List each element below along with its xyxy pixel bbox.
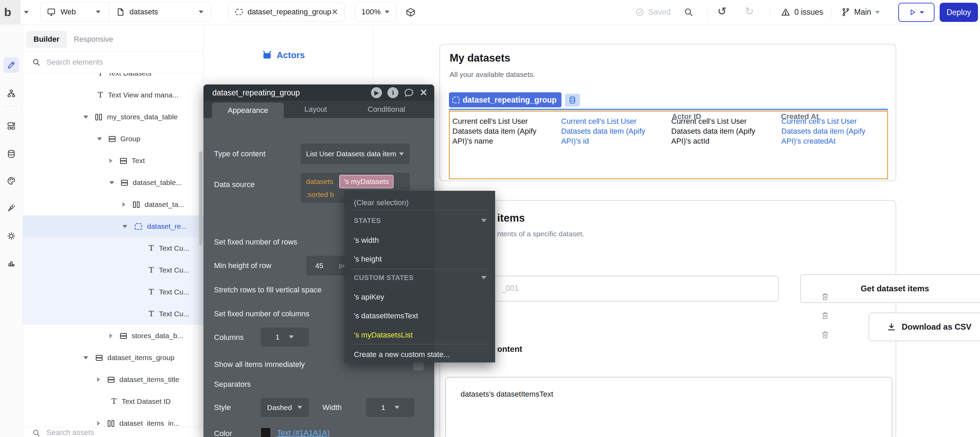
- create-custom-state-option[interactable]: Create a new custom state...: [354, 350, 450, 359]
- popup-header[interactable]: dataset_repeating_group ▶ i ✕: [204, 84, 434, 101]
- trash-icon[interactable]: [821, 311, 829, 320]
- deploy-button[interactable]: Deploy: [940, 3, 978, 22]
- database-rail-icon[interactable]: [7, 149, 16, 158]
- custom-state-apikey[interactable]: 's apiKey: [354, 293, 384, 302]
- tree-row[interactable]: stores_data_b...: [22, 325, 204, 347]
- panel-tab-responsive[interactable]: Responsive: [74, 31, 113, 48]
- caret-down-icon[interactable]: [123, 225, 127, 228]
- tree-row[interactable]: T Text Cu...: [22, 281, 204, 303]
- caret-down-icon[interactable]: [110, 181, 114, 184]
- state-option-width[interactable]: 's width: [354, 236, 379, 245]
- columns-select[interactable]: 1: [261, 327, 309, 346]
- issues-indicator[interactable]: 0 issues: [781, 0, 823, 24]
- palette-icon[interactable]: [7, 176, 16, 185]
- style-select[interactable]: Dashed: [261, 398, 309, 417]
- preview-button[interactable]: [898, 3, 934, 22]
- search-elements-input[interactable]: Search elements: [22, 52, 204, 73]
- run-icon[interactable]: ▶: [371, 87, 382, 98]
- page-chevron-icon[interactable]: [199, 11, 204, 13]
- panel-tab-builder[interactable]: Builder: [26, 31, 67, 48]
- tree-row[interactable]: dataset_ta...: [22, 194, 204, 215]
- states-section-header[interactable]: STATES: [354, 217, 381, 225]
- custom-states-section-header[interactable]: CUSTOM STATES: [354, 274, 414, 282]
- tree-row[interactable]: my_stores_data_table: [22, 106, 204, 128]
- gear-icon[interactable]: [7, 232, 16, 240]
- plugin-icon[interactable]: [7, 203, 16, 212]
- state-option-height[interactable]: 's height: [354, 255, 382, 264]
- cell-name[interactable]: Current cell's List User Datasets data i…: [452, 116, 555, 146]
- caret-right-icon[interactable]: [97, 377, 100, 382]
- tree-row-selected[interactable]: dataset_re...: [22, 215, 204, 237]
- search-toolbar-icon[interactable]: [684, 8, 693, 17]
- page-selector-label[interactable]: datasets: [130, 8, 158, 16]
- tree-row[interactable]: Group: [22, 128, 204, 150]
- saved-label: Saved: [648, 8, 671, 17]
- close-icon[interactable]: ✕: [420, 87, 428, 98]
- tree-row[interactable]: dataset_table...: [22, 172, 204, 194]
- panel-scrollbar[interactable]: [199, 151, 202, 246]
- type-of-content-select[interactable]: List User Datasets data item: [301, 144, 410, 164]
- tree-row[interactable]: T Text Cu...: [22, 259, 204, 281]
- raw-content-box[interactable]: datasets's datasetItemsText: [445, 377, 892, 437]
- dataset-id-input[interactable]: _001: [461, 276, 779, 302]
- tab-conditional[interactable]: Conditional: [359, 101, 414, 118]
- chart-icon[interactable]: [7, 259, 16, 267]
- pencil-icon[interactable]: [7, 60, 16, 70]
- download-csv-button[interactable]: Download as CSV: [869, 313, 980, 341]
- component-cube-icon[interactable]: [406, 7, 416, 17]
- database-badge[interactable]: [565, 94, 580, 107]
- close-tab-icon[interactable]: ✕: [331, 7, 338, 17]
- cell-id[interactable]: Current cell's List User Datasets data i…: [561, 116, 660, 146]
- info-icon[interactable]: i: [387, 87, 398, 98]
- tree-row[interactable]: T Text Cu...: [22, 303, 204, 325]
- custom-state-datasetitemstext[interactable]: 's datasetItemsText: [354, 311, 418, 320]
- caret-down-icon[interactable]: [83, 356, 88, 359]
- cell-actid[interactable]: Current cell's List User Datasets data i…: [671, 116, 766, 146]
- tree-row[interactable]: T Text Dataset ID: [22, 391, 204, 412]
- tab-appearance-label: Appearance: [228, 106, 269, 115]
- bubble-logo[interactable]: b: [4, 0, 11, 24]
- caret-down-icon[interactable]: [83, 116, 88, 119]
- comment-icon[interactable]: [404, 87, 414, 98]
- undo-icon[interactable]: ↺: [718, 5, 727, 18]
- trash-icon[interactable]: [821, 331, 829, 339]
- redo-icon[interactable]: ↻: [745, 5, 754, 18]
- clear-selection-option[interactable]: (Clear selection): [354, 198, 409, 207]
- nav-item-actors[interactable]: Actors: [262, 50, 305, 60]
- trash-icon[interactable]: [821, 293, 829, 301]
- open-element-tab[interactable]: dataset_repeating_group ✕: [228, 2, 345, 22]
- search-assets-input[interactable]: Search assets: [22, 428, 204, 437]
- width-select[interactable]: 1: [366, 398, 414, 417]
- tree-row[interactable]: dataset_items_group: [22, 347, 204, 369]
- tree-row[interactable]: dataset_items_title: [22, 369, 204, 391]
- platform-label[interactable]: Web: [60, 8, 76, 16]
- platform-chevron-icon[interactable]: [96, 11, 100, 13]
- selected-element-badge[interactable]: dataset_repeating_group: [449, 92, 562, 107]
- caret-right-icon[interactable]: [123, 202, 126, 207]
- workflow-icon[interactable]: [7, 121, 16, 130]
- section-chevron-icon[interactable]: [481, 219, 487, 222]
- caret-right-icon[interactable]: [97, 421, 100, 426]
- zoom-control[interactable]: 100%: [355, 2, 397, 22]
- color-value-link[interactable]: Text (#1A1A1A): [277, 429, 329, 437]
- zoom-chevron-icon[interactable]: [385, 11, 390, 13]
- tab-appearance[interactable]: Appearance: [212, 103, 284, 118]
- expression-selected-token[interactable]: 's myDatasets: [339, 175, 394, 188]
- caret-right-icon[interactable]: [110, 158, 113, 163]
- branch-chevron-icon[interactable]: [875, 11, 880, 14]
- tab-layout[interactable]: Layout: [296, 101, 336, 118]
- cell-createdat[interactable]: Current cell's List User Datasets data i…: [781, 116, 884, 146]
- section-chevron-icon[interactable]: [481, 276, 487, 280]
- tree-row[interactable]: Text: [22, 150, 204, 172]
- branch-selector[interactable]: Main: [841, 0, 880, 24]
- color-swatch[interactable]: [261, 427, 271, 437]
- custom-state-mydatasetslist[interactable]: 's myDatasetsList: [354, 331, 413, 340]
- tree-row[interactable]: dataset_items_in...: [22, 412, 204, 427]
- tree-row[interactable]: T Text Cu...: [22, 237, 204, 259]
- sitemap-icon[interactable]: [7, 89, 16, 98]
- tree-row[interactable]: T Text Datasets: [22, 73, 204, 84]
- logo-chevron-icon[interactable]: [24, 11, 29, 14]
- caret-down-icon[interactable]: [97, 137, 102, 141]
- tree-row[interactable]: T Text View and mana...: [22, 84, 204, 106]
- caret-right-icon[interactable]: [110, 334, 113, 338]
